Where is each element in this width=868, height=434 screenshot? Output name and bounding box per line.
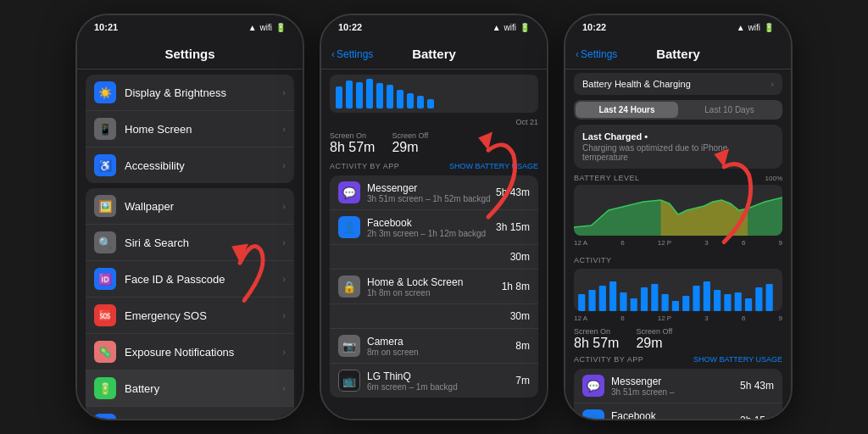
settings-item-siri[interactable]: 🔍 Siri & Search › — [86, 225, 294, 261]
battery-icon-2: 🔋 — [520, 23, 530, 32]
settings-item-faceid[interactable]: 🆔 Face ID & Passcode › — [86, 261, 294, 298]
battery-label: Battery — [125, 382, 282, 395]
screen-on-label: Screen On — [330, 131, 375, 140]
time-labels: 12 A 6 12 P 3 6 9 — [574, 238, 782, 248]
activity-bar — [578, 294, 585, 311]
lgthinq-time: 7m — [515, 375, 530, 387]
chevron-icon: › — [282, 201, 286, 211]
activity-graph — [574, 269, 782, 311]
activity-bar — [651, 284, 658, 311]
homescreen-icon: 📱 — [94, 118, 116, 140]
camera-info: Camera 8m on screen — [367, 336, 515, 357]
last-charged-box: Last Charged • Charging was optimized du… — [574, 125, 782, 169]
nav-title-3: Battery — [656, 47, 700, 61]
facebook-time: 3h 15m — [496, 221, 530, 233]
nav-back-3[interactable]: ‹ Settings — [576, 48, 617, 60]
settings-item-wallpaper[interactable]: 🖼️ Wallpaper › — [86, 188, 294, 225]
last-charged-text: Charging was optimized due to iPhone tem… — [582, 143, 774, 162]
accessibility-icon: ♿ — [94, 154, 116, 176]
facebook-icon-3: 👤 — [582, 409, 604, 419]
faceid-icon: 🆔 — [94, 268, 116, 290]
bottom-stats: Screen On 8h 57m Screen Off 29m — [565, 325, 791, 353]
settings-item-homescreen[interactable]: 📱 Home Screen › — [86, 111, 294, 147]
battery-health-label: Battery Health & Charging — [582, 79, 691, 89]
homescreen-name: Home & Lock Screen — [367, 276, 502, 288]
status-time-2: 10:22 — [338, 22, 362, 32]
lgthinq-name: LG ThinQ — [367, 370, 515, 382]
screen-off-label-3: Screen Off — [636, 327, 672, 336]
misc2-time: 30m — [510, 310, 530, 322]
camera-detail: 8m on screen — [367, 348, 515, 357]
settings-item-sos[interactable]: 🆘 Emergency SOS › — [86, 298, 294, 334]
tab-24h[interactable]: Last 24 Hours — [576, 102, 678, 118]
homescreen-info: Home & Lock Screen 1h 8m on screen — [367, 276, 502, 298]
messenger-icon-3: 💬 — [582, 375, 604, 397]
facebook-detail: 2h 3m screen – 1h 12m backgd — [367, 229, 496, 238]
battery-health-row[interactable]: Battery Health & Charging › — [574, 73, 782, 95]
screen-off-stat: Screen Off 29m — [392, 131, 428, 155]
screen-stats: Screen On 8h 57m Screen Off 29m — [321, 128, 547, 159]
signal-icon-2: ▲ — [492, 23, 501, 32]
app-row-facebook-3: 👤 Facebook 2h 3m screen 3h 15m — [574, 403, 782, 419]
show-usage-link-3[interactable]: SHOW BATTERY USAGE — [693, 355, 782, 364]
tab-10d[interactable]: Last 10 Days — [678, 102, 781, 118]
privacy-label: Privacy & Security — [125, 419, 282, 420]
phone-1: 10:21 ▲ wifi 🔋 Settings ☀️ Display & Bri… — [75, 14, 304, 420]
activity-bar — [745, 298, 752, 311]
activity-by-app-label: ACTIVITY BY APP — [574, 355, 643, 364]
show-usage-link[interactable]: SHOW BATTERY USAGE — [449, 162, 538, 170]
accessibility-label: Accessibility — [125, 159, 282, 172]
nav-back-2[interactable]: ‹ Settings — [331, 48, 373, 60]
chevron-icon: › — [282, 160, 286, 170]
display-label: Display & Brightness — [125, 86, 282, 99]
app-row-misc2: 30m — [330, 304, 538, 329]
activity-bar — [631, 298, 637, 311]
camera-icon: 📷 — [338, 335, 360, 357]
app-row-homescreen: 🔒 Home & Lock Screen 1h 8m on screen 1h … — [330, 270, 538, 304]
nav-bar-3: ‹ Settings Battery — [565, 39, 791, 70]
chevron-icon: › — [282, 347, 286, 357]
lgthinq-info: LG ThinQ 6m screen – 1m backgd — [367, 370, 515, 392]
settings-item-privacy[interactable]: 🔒 Privacy & Security › — [86, 407, 294, 419]
chart-bar — [376, 83, 383, 108]
facebook-icon: 👤 — [338, 216, 360, 238]
camera-time: 8m — [515, 340, 530, 352]
siri-label: Siri & Search — [125, 236, 282, 249]
app-row-misc1: 30m — [330, 245, 538, 270]
messenger-icon: 💬 — [338, 181, 360, 203]
battery-usage-chart — [330, 75, 538, 113]
sos-label: Emergency SOS — [125, 309, 282, 322]
chart-bar — [356, 82, 363, 108]
messenger-info: Messenger 3h 51m screen – 1h 52m backgd — [367, 182, 496, 203]
settings-item-exposure[interactable]: 🦠 Exposure Notifications › — [86, 334, 294, 370]
phone-2: 10:22 ▲ wifi 🔋 ‹ Settings Battery Oct 21 — [320, 14, 548, 420]
signal-icon-3: ▲ — [737, 23, 745, 32]
activity-label: ACTIVITY BY APP — [330, 162, 399, 170]
messenger-detail-3: 3h 51m screen – — [611, 387, 740, 397]
lgthinq-icon: 📺 — [338, 370, 360, 392]
chart-bar — [417, 96, 424, 108]
wifi-icon-2: wifi — [504, 23, 516, 32]
facebook-info: Facebook 2h 3m screen – 1h 12m backgd — [367, 217, 496, 238]
battery-level-svg — [574, 185, 782, 236]
settings-item-accessibility[interactable]: ♿ Accessibility › — [86, 147, 294, 183]
settings-item-display[interactable]: ☀️ Display & Brightness › — [86, 75, 294, 111]
settings-item-battery[interactable]: 🔋 Battery › — [86, 370, 294, 407]
privacy-icon: 🔒 — [94, 414, 116, 419]
last-charged-title: Last Charged • — [582, 131, 774, 142]
activity-bar — [693, 286, 699, 311]
time-labels-activity: 12 A 6 12 P 3 6 9 — [574, 314, 782, 323]
activity-bar — [724, 294, 731, 311]
homescreen-time: 1h 8m — [502, 281, 530, 292]
battery-icon: 🔋 — [275, 23, 286, 32]
screen-off-label: Screen Off — [392, 131, 428, 140]
back-label-3: Settings — [581, 48, 617, 60]
activity-by-app-header: ACTIVITY BY APP SHOW BATTERY USAGE — [565, 353, 791, 365]
activity-section: ACTIVITY — [565, 249, 791, 325]
app-row-lgthinq: 📺 LG ThinQ 6m screen – 1m backgd 7m — [330, 364, 538, 398]
activity-bar — [714, 290, 721, 311]
activity-bar — [682, 296, 689, 311]
display-icon: ☀️ — [94, 81, 116, 103]
status-icons-2: ▲ wifi 🔋 — [492, 23, 530, 32]
chart-bar — [407, 93, 414, 109]
